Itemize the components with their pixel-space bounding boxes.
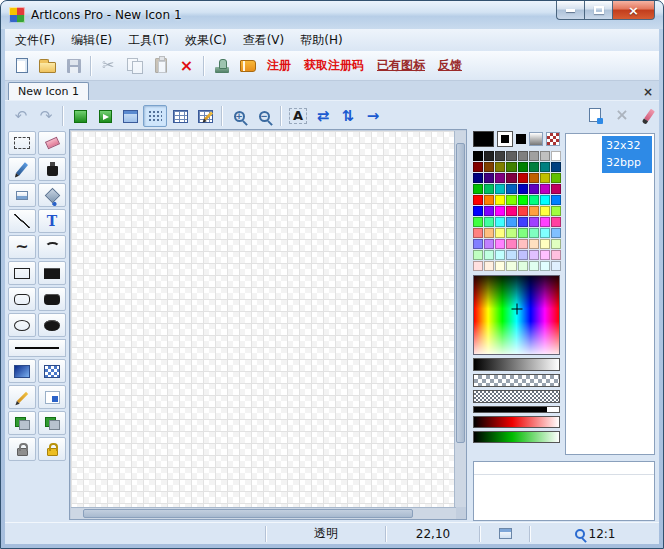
brush-tool[interactable]	[8, 183, 36, 207]
rect-select-tool[interactable]	[8, 131, 36, 155]
pencil-mode-button[interactable]	[8, 385, 36, 409]
palette-color-swatch[interactable]	[540, 228, 550, 238]
preview-button[interactable]	[68, 105, 92, 127]
palette-color-swatch[interactable]	[506, 239, 516, 249]
filled-rounded-rect-tool[interactable]	[38, 287, 66, 311]
palette-color-swatch[interactable]	[540, 206, 550, 216]
palette-color-swatch[interactable]	[506, 195, 516, 205]
undo-button[interactable]: ↶	[9, 105, 33, 127]
format-list-item[interactable]: 32x32 32bpp	[568, 136, 652, 173]
horizontal-scrollbar-thumb[interactable]	[83, 509, 413, 518]
get-regcode-link[interactable]: 获取注册码	[298, 57, 370, 74]
flip-vertical-button[interactable]: ⇅	[336, 105, 360, 127]
palette-color-swatch[interactable]	[551, 206, 561, 216]
palette-color-swatch[interactable]	[518, 228, 528, 238]
delete-format-button[interactable]: ×	[610, 104, 634, 126]
palette-color-swatch[interactable]	[473, 250, 483, 260]
palette-color-swatch[interactable]	[484, 261, 494, 271]
curve-tool[interactable]: ~	[8, 235, 36, 259]
palette-color-swatch[interactable]	[518, 239, 528, 249]
palette-color-swatch[interactable]	[495, 173, 505, 183]
actual-size-button[interactable]: A	[286, 105, 310, 127]
palette-color-swatch[interactable]	[518, 206, 528, 216]
palette-color-swatch[interactable]	[529, 184, 539, 194]
cut-button[interactable]: ✂	[96, 53, 121, 78]
minimize-button[interactable]	[556, 1, 584, 20]
black-bar[interactable]	[473, 406, 560, 413]
line-tool[interactable]	[8, 209, 36, 233]
palette-color-swatch[interactable]	[495, 162, 505, 172]
palette-color-swatch[interactable]	[506, 217, 516, 227]
palette-color-swatch[interactable]	[506, 228, 516, 238]
palette-color-swatch[interactable]	[506, 206, 516, 216]
palette-color-swatch[interactable]	[529, 206, 539, 216]
arc-tool[interactable]	[38, 235, 66, 259]
palette-color-swatch[interactable]	[473, 151, 483, 161]
palette-color-swatch[interactable]	[484, 206, 494, 216]
tab-close-button[interactable]: ×	[640, 84, 656, 100]
palette-color-swatch[interactable]	[495, 250, 505, 260]
maximize-button[interactable]	[584, 1, 612, 20]
dither-tool[interactable]	[38, 359, 66, 383]
test-button[interactable]	[93, 105, 117, 127]
palette-color-swatch[interactable]	[484, 184, 494, 194]
current-color-swatch[interactable]	[473, 131, 494, 147]
existing-icons-link[interactable]: 已有图标	[371, 57, 431, 74]
register-link[interactable]: 注册	[261, 57, 297, 74]
palette-color-swatch[interactable]	[540, 162, 550, 172]
palette-color-swatch[interactable]	[540, 250, 550, 260]
palette-color-swatch[interactable]	[495, 261, 505, 271]
palette-color-swatch[interactable]	[551, 228, 561, 238]
edit-format-button[interactable]	[637, 104, 659, 126]
vertical-scrollbar-thumb[interactable]	[456, 143, 465, 443]
palette-color-swatch[interactable]	[473, 173, 483, 183]
palette-color-swatch[interactable]	[529, 239, 539, 249]
palette-color-swatch[interactable]	[529, 195, 539, 205]
shift-right-button[interactable]: →	[361, 105, 385, 127]
save-button[interactable]	[61, 53, 86, 78]
palette-color-swatch[interactable]	[506, 184, 516, 194]
palette-color-swatch[interactable]	[506, 261, 516, 271]
copy-button[interactable]	[122, 53, 147, 78]
palette-color-swatch[interactable]	[551, 239, 561, 249]
default-colors-button[interactable]	[38, 411, 66, 435]
help-book-button[interactable]	[235, 53, 260, 78]
palette-color-swatch[interactable]	[529, 228, 539, 238]
palette-color-swatch[interactable]	[495, 184, 505, 194]
fill-bucket-tool[interactable]	[38, 183, 66, 207]
pencil-tool[interactable]	[8, 157, 36, 181]
line-width-selector[interactable]	[8, 339, 66, 357]
palette-color-swatch[interactable]	[484, 250, 494, 260]
palette-color-swatch[interactable]	[529, 217, 539, 227]
paste-button[interactable]	[148, 53, 173, 78]
palette-color-swatch[interactable]	[529, 162, 539, 172]
red-gradient-bar[interactable]	[473, 416, 560, 428]
palette-color-swatch[interactable]	[473, 162, 483, 172]
palette-color-swatch[interactable]	[473, 228, 483, 238]
palette-color-swatch[interactable]	[551, 151, 561, 161]
new-format-button[interactable]	[583, 104, 607, 126]
palette-color-swatch[interactable]	[551, 173, 561, 183]
palette-color-swatch[interactable]	[529, 151, 539, 161]
palette-color-swatch[interactable]	[540, 195, 550, 205]
rounded-rect-tool[interactable]	[8, 287, 36, 311]
palette-color-swatch[interactable]	[518, 217, 528, 227]
flip-horizontal-button[interactable]: ⇄	[311, 105, 335, 127]
palette-color-swatch[interactable]	[495, 206, 505, 216]
palette-color-swatch[interactable]	[473, 184, 483, 194]
zoom-out-button[interactable]: −	[252, 105, 276, 127]
lock-colors-button[interactable]	[38, 437, 66, 461]
dither-bar-fine[interactable]	[473, 390, 560, 403]
palette-color-swatch[interactable]	[518, 261, 528, 271]
palette-color-swatch[interactable]	[484, 151, 494, 161]
dither-bar-coarse[interactable]	[473, 374, 560, 387]
palette-color-swatch[interactable]	[518, 195, 528, 205]
horizontal-scrollbar[interactable]	[71, 507, 456, 519]
palette-color-swatch[interactable]	[484, 217, 494, 227]
filled-ellipse-tool[interactable]	[38, 313, 66, 337]
palette-color-swatch[interactable]	[540, 261, 550, 271]
menu-tools[interactable]: 工具(T)	[120, 29, 177, 52]
open-button[interactable]	[35, 53, 60, 78]
palette-color-swatch[interactable]	[518, 173, 528, 183]
format-list[interactable]: 32x32 32bpp	[565, 133, 655, 455]
